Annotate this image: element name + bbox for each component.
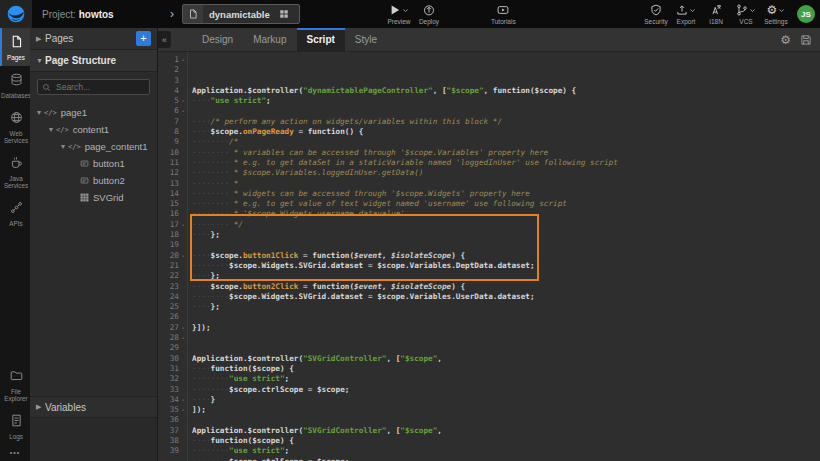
sidebar-item-apis[interactable]: APIs — [0, 194, 30, 232]
code-line[interactable] — [192, 333, 820, 343]
tutorials-button[interactable]: Tutorials — [488, 0, 519, 28]
code-line[interactable]: ········$scope.Widgets.SVGrid.dataset = … — [192, 261, 820, 271]
grid-icon[interactable] — [279, 9, 295, 19]
code-line[interactable]: ····/* perform any action on widgets/var… — [192, 117, 820, 127]
preview-button[interactable]: Preview — [384, 0, 414, 28]
sidebar-item-web-services[interactable]: Web Services — [0, 104, 30, 149]
code-line[interactable]: Application.$controller("SVGridControlle… — [192, 354, 820, 364]
code-line[interactable]: ····}; — [192, 230, 820, 240]
code-line[interactable]: ········ * e.g. to get dataSet in a stat… — [192, 158, 820, 168]
code-line[interactable]: ········ * '$scope.Widgets.username.data… — [192, 209, 820, 219]
collapse-panel-button[interactable]: « — [158, 31, 171, 48]
sidebar-item-java-services[interactable]: Java Services — [0, 149, 30, 194]
sidebar-item-databases[interactable]: Databases — [0, 66, 30, 104]
code-line[interactable] — [192, 312, 820, 322]
tab-markup[interactable]: Markup — [243, 28, 296, 51]
gutter-row: 35- — [158, 405, 187, 415]
fold-marker[interactable]: - — [179, 333, 187, 343]
code-line[interactable]: ········ * e.g. to get value of text wid… — [192, 199, 820, 209]
pages-section-header[interactable]: ▶ Pages + — [30, 28, 157, 50]
tree-item-label: page1 — [61, 107, 87, 118]
sidebar-item-logs[interactable]: Logs — [0, 407, 30, 445]
fold-marker[interactable]: - — [179, 323, 187, 333]
code-line[interactable]: ····$scope.button2Click = function($even… — [192, 282, 820, 292]
code-line[interactable] — [192, 343, 820, 353]
page-structure-header[interactable]: ▼ Page Structure — [30, 50, 157, 72]
play-icon — [389, 4, 409, 17]
tree-item-page-content1[interactable]: ▼</>page_content1 — [30, 138, 157, 155]
tree-item-content1[interactable]: ▼</>content1 — [30, 121, 157, 138]
code-line[interactable]: ]); — [192, 405, 820, 415]
save-button[interactable] — [800, 34, 812, 46]
code-line[interactable]: ········"use strict"; — [192, 374, 820, 384]
line-number: 37 — [158, 426, 179, 436]
code-line[interactable]: ····$scope.button1Click = function($even… — [192, 251, 820, 261]
code-line[interactable]: ····} — [192, 395, 820, 405]
code-line[interactable]: ········ * $scope.Variables.loggedInUser… — [192, 168, 820, 178]
line-number: 27 — [158, 323, 179, 333]
caret-down-icon[interactable]: ▼ — [46, 126, 56, 133]
search-input[interactable] — [54, 81, 145, 93]
code-line[interactable]: ····$scope.onPageReady = function() { — [192, 127, 820, 137]
code-line[interactable]: ····}; — [192, 302, 820, 312]
tab-script[interactable]: Script — [297, 28, 345, 51]
code-line[interactable]: ····}; — [192, 271, 820, 281]
code-line[interactable]: ········ * variables can be accessed thr… — [192, 148, 820, 158]
code-line[interactable]: ········ * widgets can be accessed throu… — [192, 189, 820, 199]
caret-down-icon[interactable]: ▼ — [58, 143, 68, 150]
fold-marker[interactable]: - — [179, 251, 187, 261]
code-line[interactable]: Application.$controller("dynamictablePag… — [192, 86, 820, 96]
code-area[interactable]: Application.$controller("dynamictablePag… — [188, 52, 820, 461]
security-button[interactable]: Security — [641, 0, 671, 28]
vcs-button[interactable]: VCS — [731, 0, 761, 28]
user-avatar[interactable]: JS — [797, 5, 815, 23]
tree-item-page1[interactable]: ▼</>page1 — [30, 104, 157, 121]
fold-marker[interactable]: - — [179, 96, 187, 106]
code-line[interactable]: ········"use strict"; — [192, 446, 820, 456]
line-number: 20 — [158, 251, 179, 261]
code-line[interactable]: ········/* — [192, 137, 820, 147]
tree-item-svgrid[interactable]: SVGrid — [30, 189, 157, 206]
code-line[interactable]: ········$scope.ctrlScope = $scope; — [192, 385, 820, 395]
line-number: 13 — [158, 179, 179, 189]
gutter-row: 6- — [158, 106, 187, 116]
code-line[interactable]: ········ */ — [192, 220, 820, 230]
fold-marker[interactable]: - — [179, 55, 187, 65]
fold-marker[interactable]: - — [179, 395, 187, 405]
script-settings-button[interactable]: ⚙ — [780, 34, 791, 46]
code-line[interactable]: ····function($scope) { — [192, 364, 820, 374]
sidebar-item-file-explorer[interactable]: File Explorer — [0, 362, 30, 407]
code-line[interactable]: Application.$controller("SVGridControlle… — [192, 426, 820, 436]
caret-down-icon[interactable]: ▼ — [34, 109, 44, 116]
tree-item-button1[interactable]: button1 — [30, 155, 157, 172]
tab-style[interactable]: Style — [345, 28, 387, 51]
tab-design[interactable]: Design — [192, 28, 243, 51]
deploy-button[interactable]: Deploy — [414, 0, 444, 28]
code-line[interactable] — [192, 240, 820, 250]
code-line[interactable] — [192, 415, 820, 425]
code-editor[interactable]: 1-2345-6-7891011121314151617-181920-2122… — [158, 52, 820, 461]
code-line[interactable]: }]); — [192, 323, 820, 333]
fold-marker[interactable]: - — [179, 405, 187, 415]
code-line[interactable] — [192, 106, 820, 116]
settings-button[interactable]: ⚙Settings — [761, 0, 791, 28]
line-number: 35 — [158, 405, 179, 415]
variables-section-header[interactable]: ▶ Variables — [30, 396, 157, 418]
i18n-button[interactable]: I18N — [701, 0, 731, 28]
wavemaker-logo[interactable] — [0, 0, 32, 28]
code-line[interactable]: ····function($scope) { — [192, 436, 820, 446]
tree-item-button2[interactable]: button2 — [30, 172, 157, 189]
code-line[interactable]: ········ * — [192, 179, 820, 189]
code-line[interactable]: ········$scope.Widgets.SVGrid.dataset = … — [192, 292, 820, 302]
search-box[interactable] — [37, 79, 150, 95]
code-line[interactable]: ····"use strict"; — [192, 96, 820, 106]
add-page-button[interactable]: + — [136, 31, 151, 46]
export-button[interactable]: Export — [671, 0, 701, 28]
code-line[interactable]: ········$scope.ctrlScope = $scope; — [192, 457, 820, 461]
sidebar-item-pages[interactable]: Pages — [0, 28, 30, 66]
fold-marker[interactable]: - — [179, 220, 187, 230]
page-tab-dynamictable[interactable]: dynamictable — [182, 4, 300, 24]
fold-marker[interactable]: - — [179, 106, 187, 116]
line-number: 39 — [158, 446, 179, 456]
sidebar-overflow-button[interactable]: ••• — [0, 445, 30, 461]
